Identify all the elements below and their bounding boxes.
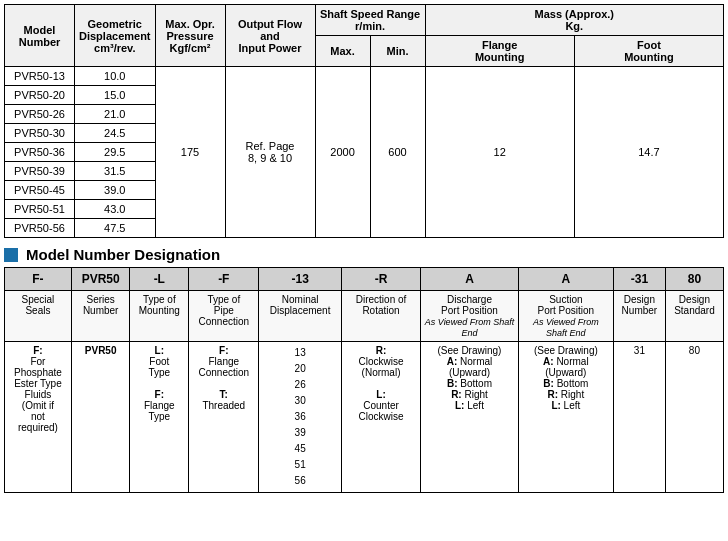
desig-header-pvr50: PVR50: [71, 268, 130, 291]
output-flow-header: Output Flow andInput Power: [225, 5, 315, 67]
label-type-mounting: Type ofMounting: [130, 291, 189, 342]
label-nominal-displacement: NominalDisplacement: [259, 291, 341, 342]
mass-header: Mass (Approx.)Kg.: [425, 5, 723, 36]
foot-mounting-header: FootMounting: [574, 36, 723, 67]
shaft-speed-header: Shaft Speed Ranger/min.: [315, 5, 425, 36]
geometric-displacement-header: GeometricDisplacementcm³/rev.: [75, 5, 156, 67]
desig-header-a2: A: [518, 268, 613, 291]
designation-table: F- PVR50 -L -F -13 -R A A -31 80 Special…: [4, 267, 724, 493]
value-special-seals: F:ForPhosphateEster TypeFluids(Omit ifno…: [5, 342, 72, 493]
shaft-min-header: Min.: [370, 36, 425, 67]
value-pipe-connection: F:FlangeConnectionT:Threaded: [189, 342, 259, 493]
desig-header-13: -13: [259, 268, 341, 291]
disp-cell: 15.0: [75, 86, 156, 105]
model-cell: PVR50-45: [5, 181, 75, 200]
label-design-standard: DesignStandard: [665, 291, 723, 342]
model-cell: PVR50-30: [5, 124, 75, 143]
value-series: PVR50: [71, 342, 130, 493]
shaft-min-cell: 600: [370, 67, 425, 238]
label-suction-port: SuctionPort PositionAs Viewed From Shaft…: [518, 291, 613, 342]
disp-cell: 24.5: [75, 124, 156, 143]
main-container: Model Number GeometricDisplacementcm³/re…: [0, 0, 728, 497]
model-cell: PVR50-39: [5, 162, 75, 181]
label-special-seals: SpecialSeals: [5, 291, 72, 342]
label-direction-rotation: Direction ofRotation: [341, 291, 420, 342]
model-cell: PVR50-26: [5, 105, 75, 124]
desig-header-31: -31: [613, 268, 665, 291]
section-title-row: Model Number Designation: [4, 246, 724, 263]
section-title-icon: [4, 248, 18, 262]
output-flow-cell: Ref. Page8, 9 & 10: [225, 67, 315, 238]
label-series-number: SeriesNumber: [71, 291, 130, 342]
spec-table: Model Number GeometricDisplacementcm³/re…: [4, 4, 724, 238]
desig-header-r: -R: [341, 268, 420, 291]
model-cell: PVR50-51: [5, 200, 75, 219]
desig-header-l: -L: [130, 268, 189, 291]
value-discharge-port: (See Drawing)A: Normal(Upward)B: BottomR…: [421, 342, 519, 493]
flange-mounting-header: FlangeMounting: [425, 36, 574, 67]
model-cell: PVR50-13: [5, 67, 75, 86]
shaft-max-cell: 2000: [315, 67, 370, 238]
model-cell: PVR50-36: [5, 143, 75, 162]
disp-cell: 39.0: [75, 181, 156, 200]
desig-header-a1: A: [421, 268, 519, 291]
section-title-text: Model Number Designation: [26, 246, 220, 263]
foot-cell: 14.7: [574, 67, 723, 238]
model-cell: PVR50-20: [5, 86, 75, 105]
value-design-standard: 80: [665, 342, 723, 493]
value-design-number: 31: [613, 342, 665, 493]
max-opr-pressure-header: Max. Opr.PressureKgf/cm²: [155, 5, 225, 67]
model-cell: PVR50-56: [5, 219, 75, 238]
value-direction-rotation: R:Clockwise(Normal)L:CounterClockwise: [341, 342, 420, 493]
desig-header-f2: -F: [189, 268, 259, 291]
disp-cell: 47.5: [75, 219, 156, 238]
disp-cell: 21.0: [75, 105, 156, 124]
disp-cell: 10.0: [75, 67, 156, 86]
disp-cell: 29.5: [75, 143, 156, 162]
desig-header-80: 80: [665, 268, 723, 291]
value-suction-port: (See Drawing)A: Normal(Upward)B: BottomR…: [518, 342, 613, 493]
disp-cell: 43.0: [75, 200, 156, 219]
value-nominal-displacement: 132026303639455156: [259, 342, 341, 493]
model-number-header: Model Number: [5, 5, 75, 67]
value-mounting: L:FootTypeF:FlangeType: [130, 342, 189, 493]
desig-header-f: F-: [5, 268, 72, 291]
flange-cell: 12: [425, 67, 574, 238]
pressure-cell: 175: [155, 67, 225, 238]
disp-cell: 31.5: [75, 162, 156, 181]
designation-value-row: F:ForPhosphateEster TypeFluids(Omit ifno…: [5, 342, 724, 493]
shaft-max-header: Max.: [315, 36, 370, 67]
label-pipe-connection: Type ofPipeConnection: [189, 291, 259, 342]
table-row: PVR50-13 10.0 175 Ref. Page8, 9 & 10 200…: [5, 67, 724, 86]
label-discharge-suction: DischargePort PositionAs Viewed From Sha…: [421, 291, 519, 342]
label-design-number: DesignNumber: [613, 291, 665, 342]
